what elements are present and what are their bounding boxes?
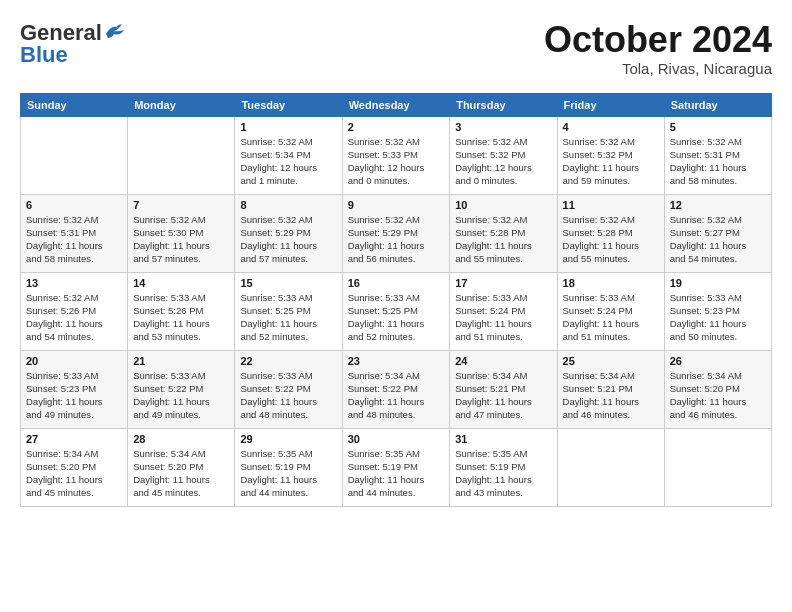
calendar-body: 1Sunrise: 5:32 AM Sunset: 5:34 PM Daylig… [21,116,772,506]
calendar-cell: 10Sunrise: 5:32 AM Sunset: 5:28 PM Dayli… [450,194,557,272]
calendar-cell: 25Sunrise: 5:34 AM Sunset: 5:21 PM Dayli… [557,350,664,428]
calendar-cell [557,428,664,506]
day-detail: Sunrise: 5:34 AM Sunset: 5:21 PM Dayligh… [563,369,659,422]
day-number: 13 [26,277,122,289]
calendar-cell: 5Sunrise: 5:32 AM Sunset: 5:31 PM Daylig… [664,116,771,194]
calendar-cell: 9Sunrise: 5:32 AM Sunset: 5:29 PM Daylig… [342,194,450,272]
day-detail: Sunrise: 5:32 AM Sunset: 5:27 PM Dayligh… [670,213,766,266]
calendar-cell [21,116,128,194]
day-number: 26 [670,355,766,367]
day-number: 7 [133,199,229,211]
calendar-cell: 24Sunrise: 5:34 AM Sunset: 5:21 PM Dayli… [450,350,557,428]
calendar-cell: 2Sunrise: 5:32 AM Sunset: 5:33 PM Daylig… [342,116,450,194]
day-number: 28 [133,433,229,445]
day-number: 14 [133,277,229,289]
day-detail: Sunrise: 5:32 AM Sunset: 5:30 PM Dayligh… [133,213,229,266]
column-header-wednesday: Wednesday [342,93,450,116]
page-header: General Blue October 2024 Tola, Rivas, N… [20,20,772,77]
day-detail: Sunrise: 5:32 AM Sunset: 5:34 PM Dayligh… [240,135,336,188]
calendar-header-row: SundayMondayTuesdayWednesdayThursdayFrid… [21,93,772,116]
calendar-week-row: 20Sunrise: 5:33 AM Sunset: 5:23 PM Dayli… [21,350,772,428]
column-header-monday: Monday [128,93,235,116]
calendar-week-row: 1Sunrise: 5:32 AM Sunset: 5:34 PM Daylig… [21,116,772,194]
day-number: 30 [348,433,445,445]
day-detail: Sunrise: 5:32 AM Sunset: 5:28 PM Dayligh… [563,213,659,266]
calendar-cell: 29Sunrise: 5:35 AM Sunset: 5:19 PM Dayli… [235,428,342,506]
day-number: 29 [240,433,336,445]
day-detail: Sunrise: 5:35 AM Sunset: 5:19 PM Dayligh… [240,447,336,500]
calendar-table: SundayMondayTuesdayWednesdayThursdayFrid… [20,93,772,507]
calendar-cell: 11Sunrise: 5:32 AM Sunset: 5:28 PM Dayli… [557,194,664,272]
day-detail: Sunrise: 5:32 AM Sunset: 5:33 PM Dayligh… [348,135,445,188]
column-header-sunday: Sunday [21,93,128,116]
day-number: 22 [240,355,336,367]
day-detail: Sunrise: 5:34 AM Sunset: 5:20 PM Dayligh… [133,447,229,500]
calendar-cell: 8Sunrise: 5:32 AM Sunset: 5:29 PM Daylig… [235,194,342,272]
calendar-cell: 31Sunrise: 5:35 AM Sunset: 5:19 PM Dayli… [450,428,557,506]
column-header-friday: Friday [557,93,664,116]
calendar-week-row: 27Sunrise: 5:34 AM Sunset: 5:20 PM Dayli… [21,428,772,506]
day-detail: Sunrise: 5:34 AM Sunset: 5:20 PM Dayligh… [26,447,122,500]
calendar-cell: 3Sunrise: 5:32 AM Sunset: 5:32 PM Daylig… [450,116,557,194]
logo-blue: Blue [20,42,68,68]
day-number: 3 [455,121,551,133]
day-detail: Sunrise: 5:32 AM Sunset: 5:31 PM Dayligh… [670,135,766,188]
day-detail: Sunrise: 5:32 AM Sunset: 5:31 PM Dayligh… [26,213,122,266]
day-detail: Sunrise: 5:33 AM Sunset: 5:23 PM Dayligh… [26,369,122,422]
location-subtitle: Tola, Rivas, Nicaragua [544,60,772,77]
day-detail: Sunrise: 5:33 AM Sunset: 5:22 PM Dayligh… [240,369,336,422]
day-detail: Sunrise: 5:33 AM Sunset: 5:25 PM Dayligh… [348,291,445,344]
day-detail: Sunrise: 5:34 AM Sunset: 5:21 PM Dayligh… [455,369,551,422]
day-number: 10 [455,199,551,211]
day-number: 23 [348,355,445,367]
day-detail: Sunrise: 5:35 AM Sunset: 5:19 PM Dayligh… [455,447,551,500]
day-number: 15 [240,277,336,289]
calendar-cell: 20Sunrise: 5:33 AM Sunset: 5:23 PM Dayli… [21,350,128,428]
calendar-cell: 22Sunrise: 5:33 AM Sunset: 5:22 PM Dayli… [235,350,342,428]
day-detail: Sunrise: 5:35 AM Sunset: 5:19 PM Dayligh… [348,447,445,500]
day-detail: Sunrise: 5:34 AM Sunset: 5:22 PM Dayligh… [348,369,445,422]
day-detail: Sunrise: 5:32 AM Sunset: 5:29 PM Dayligh… [348,213,445,266]
day-detail: Sunrise: 5:32 AM Sunset: 5:29 PM Dayligh… [240,213,336,266]
calendar-cell: 28Sunrise: 5:34 AM Sunset: 5:20 PM Dayli… [128,428,235,506]
logo: General Blue [20,20,126,68]
day-number: 12 [670,199,766,211]
day-detail: Sunrise: 5:32 AM Sunset: 5:32 PM Dayligh… [563,135,659,188]
calendar-cell: 17Sunrise: 5:33 AM Sunset: 5:24 PM Dayli… [450,272,557,350]
calendar-cell: 4Sunrise: 5:32 AM Sunset: 5:32 PM Daylig… [557,116,664,194]
calendar-cell: 19Sunrise: 5:33 AM Sunset: 5:23 PM Dayli… [664,272,771,350]
calendar-cell: 1Sunrise: 5:32 AM Sunset: 5:34 PM Daylig… [235,116,342,194]
month-title: October 2024 [544,20,772,60]
day-number: 6 [26,199,122,211]
calendar-cell: 30Sunrise: 5:35 AM Sunset: 5:19 PM Dayli… [342,428,450,506]
calendar-cell: 15Sunrise: 5:33 AM Sunset: 5:25 PM Dayli… [235,272,342,350]
calendar-cell: 14Sunrise: 5:33 AM Sunset: 5:26 PM Dayli… [128,272,235,350]
calendar-cell [664,428,771,506]
day-detail: Sunrise: 5:32 AM Sunset: 5:26 PM Dayligh… [26,291,122,344]
column-header-saturday: Saturday [664,93,771,116]
day-detail: Sunrise: 5:34 AM Sunset: 5:20 PM Dayligh… [670,369,766,422]
calendar-cell: 18Sunrise: 5:33 AM Sunset: 5:24 PM Dayli… [557,272,664,350]
day-number: 31 [455,433,551,445]
day-detail: Sunrise: 5:33 AM Sunset: 5:25 PM Dayligh… [240,291,336,344]
day-number: 18 [563,277,659,289]
calendar-cell: 26Sunrise: 5:34 AM Sunset: 5:20 PM Dayli… [664,350,771,428]
day-detail: Sunrise: 5:33 AM Sunset: 5:24 PM Dayligh… [563,291,659,344]
calendar-cell: 21Sunrise: 5:33 AM Sunset: 5:22 PM Dayli… [128,350,235,428]
day-detail: Sunrise: 5:33 AM Sunset: 5:24 PM Dayligh… [455,291,551,344]
day-number: 8 [240,199,336,211]
day-number: 21 [133,355,229,367]
calendar-cell: 13Sunrise: 5:32 AM Sunset: 5:26 PM Dayli… [21,272,128,350]
column-header-thursday: Thursday [450,93,557,116]
day-number: 5 [670,121,766,133]
day-number: 27 [26,433,122,445]
calendar-week-row: 13Sunrise: 5:32 AM Sunset: 5:26 PM Dayli… [21,272,772,350]
day-number: 19 [670,277,766,289]
day-number: 2 [348,121,445,133]
day-number: 17 [455,277,551,289]
calendar-cell: 7Sunrise: 5:32 AM Sunset: 5:30 PM Daylig… [128,194,235,272]
day-number: 1 [240,121,336,133]
day-detail: Sunrise: 5:33 AM Sunset: 5:22 PM Dayligh… [133,369,229,422]
calendar-cell: 23Sunrise: 5:34 AM Sunset: 5:22 PM Dayli… [342,350,450,428]
day-detail: Sunrise: 5:33 AM Sunset: 5:23 PM Dayligh… [670,291,766,344]
